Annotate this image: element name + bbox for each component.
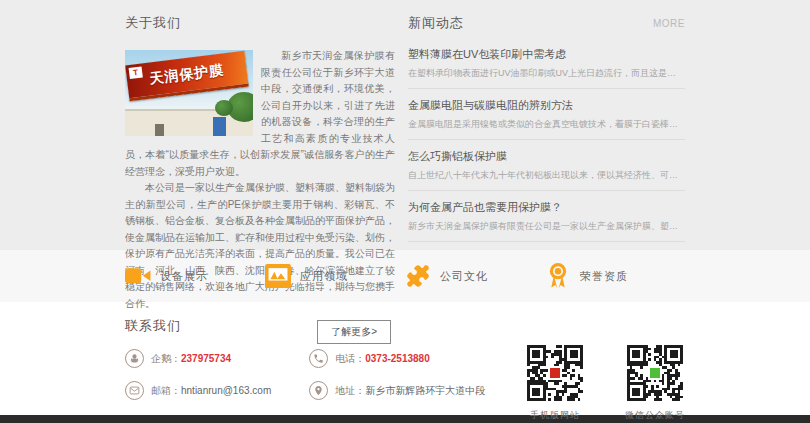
contact-email-row: 邮箱： hntianrun@163.com bbox=[125, 381, 271, 400]
medal-icon bbox=[545, 263, 571, 289]
qr-label: 手机版网站 bbox=[530, 409, 580, 422]
phone-label: 电话： bbox=[335, 352, 365, 366]
news-item-summary: 金属膜电阻是采用镍铬或类似的合金真空电镀技术，着膜于白瓷棒表面，经过切割调试阻值 bbox=[408, 118, 685, 131]
address-label: 地址： bbox=[335, 384, 365, 398]
news-item-title[interactable]: 金属膜电阻与碳膜电阻的辨别方法 bbox=[408, 98, 685, 113]
contact-section: 联系我们 企鹅： 237975734 邮箱： bbox=[0, 302, 810, 415]
photo-icon bbox=[265, 263, 291, 289]
news-title: 新闻动态 bbox=[408, 14, 464, 32]
email-label: 邮箱： bbox=[151, 384, 181, 398]
email-icon bbox=[125, 381, 144, 400]
qr-block-mobile-site: 手机版网站 bbox=[527, 345, 583, 422]
location-pin-icon bbox=[309, 381, 328, 400]
feature-item-honors[interactable]: 荣誉资质 bbox=[545, 263, 685, 289]
news-item-title[interactable]: 怎么巧撕铝板保护膜 bbox=[408, 149, 685, 164]
top-section: 关于我们 T 天润保护膜 新乡市天润金属保护膜有限责任公司位于新乡环宇大道中段，… bbox=[0, 0, 810, 250]
qq-value: 237975734 bbox=[181, 353, 231, 364]
news-item-summary: 在塑料承印物表面进行UV油墨印刷或UV上光日趋流行，而且这是项具有挑战性的工作 bbox=[408, 67, 685, 80]
wechat-qr-code bbox=[627, 345, 683, 401]
news-item[interactable]: 塑料薄膜在UV包装印刷中需考虑 在塑料承印物表面进行UV油墨印刷或UV上光日趋流… bbox=[408, 38, 685, 89]
qr-label: 微信公众账号 bbox=[625, 409, 685, 422]
mobile-site-qr-code bbox=[527, 345, 583, 401]
news-item[interactable]: 为何金属产品也需要用保护膜？ 新乡市天润金属保护膜有限责任公司是一家以生产金属保… bbox=[408, 191, 685, 242]
news-item-title[interactable]: 为何金属产品也需要用保护膜？ bbox=[408, 200, 685, 215]
about-title: 关于我们 bbox=[125, 14, 395, 32]
feature-item-equipment[interactable]: 设备展示 bbox=[125, 263, 265, 289]
contact-address-row: 地址： 新乡市新辉路环宇大道中段 bbox=[309, 381, 485, 400]
contact-phone-row: 电话： 0373-2513880 bbox=[309, 349, 485, 368]
news-item[interactable]: 怎么巧撕铝板保护膜 自上世纪八十年代末九十年代初铝板出现以来，便以其经济性、可选… bbox=[408, 140, 685, 191]
feature-band: 设备展示 应用领域 公司文化 荣誉资质 bbox=[0, 250, 810, 302]
feature-label: 荣誉资质 bbox=[580, 269, 628, 284]
learn-more-button[interactable]: 了解更多> bbox=[317, 320, 391, 344]
feature-label: 应用领域 bbox=[300, 269, 348, 284]
news-item-title[interactable]: 塑料薄膜在UV包装印刷中需考虑 bbox=[408, 47, 685, 62]
phone-value: 0373-2513880 bbox=[365, 353, 430, 364]
feature-item-applications[interactable]: 应用领域 bbox=[265, 263, 405, 289]
video-camera-icon bbox=[125, 263, 151, 289]
about-paragraph-2: 本公司是一家以生产金属保护膜、塑料薄膜、塑料制袋为主的新型公司，生产的PE保护膜… bbox=[125, 180, 395, 312]
company-photo: T 天润保护膜 bbox=[125, 50, 253, 136]
feature-item-culture[interactable]: 公司文化 bbox=[405, 263, 545, 289]
phone-icon bbox=[309, 349, 328, 368]
billboard-graphic: T 天润保护膜 bbox=[125, 51, 248, 101]
news-more-link[interactable]: MORE bbox=[653, 18, 685, 29]
puzzle-icon bbox=[405, 263, 431, 289]
news-item[interactable]: 金属膜电阻与碳膜电阻的辨别方法 金属膜电阻是采用镍铬或类似的合金真空电镀技术，着… bbox=[408, 89, 685, 140]
feature-label: 公司文化 bbox=[440, 269, 488, 284]
qq-penguin-icon bbox=[125, 349, 144, 368]
qr-block-wechat: 微信公众账号 bbox=[625, 345, 685, 422]
contact-qq-row: 企鹅： 237975734 bbox=[125, 349, 271, 368]
news-list: 塑料薄膜在UV包装印刷中需考虑 在塑料承印物表面进行UV油墨印刷或UV上光日趋流… bbox=[408, 38, 685, 242]
qq-label: 企鹅： bbox=[151, 352, 181, 366]
news-item-summary: 新乡市天润金属保护膜有限责任公司是一家以生产金属保护膜、塑料薄膜 bbox=[408, 220, 685, 233]
news-section: 新闻动态 MORE 塑料薄膜在UV包装印刷中需考虑 在塑料承印物表面进行UV油墨… bbox=[408, 14, 685, 344]
email-value: hntianrun@163.com bbox=[181, 385, 271, 396]
qr-area: 手机版网站 微信公众账号 bbox=[527, 345, 685, 422]
billboard-logo: T bbox=[129, 66, 143, 79]
billboard-text: 天润保护膜 bbox=[148, 61, 225, 88]
tree-graphic bbox=[215, 100, 233, 116]
feature-label: 设备展示 bbox=[160, 269, 208, 284]
address-value: 新乡市新辉路环宇大道中段 bbox=[365, 384, 485, 398]
news-item-summary: 自上世纪八十年代末九十年代初铝板出现以来，便以其经济性、可选色彩的多样性 bbox=[408, 169, 685, 182]
about-section: 关于我们 T 天润保护膜 新乡市天润金属保护膜有限责任公司位于新乡环宇大道中段，… bbox=[125, 14, 395, 344]
